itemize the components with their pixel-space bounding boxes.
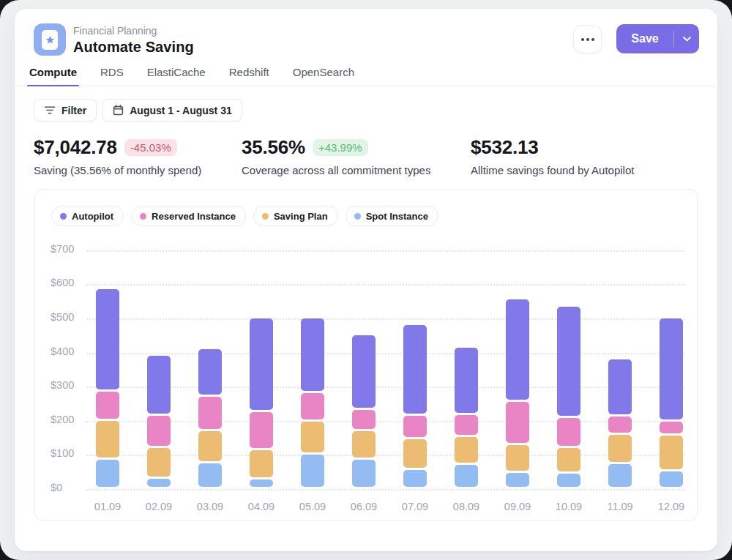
bar-segment-reserved-instance[interactable] (96, 392, 119, 419)
bar-segment-saving-plan[interactable] (96, 421, 119, 458)
bar-segment-autopilot[interactable] (198, 349, 222, 395)
bar-segment-autopilot[interactable] (301, 318, 324, 392)
filter-button[interactable]: Filter (34, 99, 97, 122)
bar-segment-autopilot[interactable] (506, 299, 529, 399)
main-card: Financial Planning Automate Saving Save … (15, 9, 717, 551)
bar-segment-spot-instance[interactable] (557, 474, 580, 487)
stat-change-badge: +43.99% (313, 139, 368, 156)
bar-segment-autopilot[interactable] (608, 359, 632, 414)
bar-segment-saving-plan[interactable] (301, 422, 324, 453)
bar-segment-spot-instance[interactable] (301, 455, 324, 487)
bar-segment-spot-instance[interactable] (660, 471, 683, 487)
y-axis-tick: $400 (51, 346, 74, 357)
gridline (86, 284, 685, 285)
stat-change-badge: -45.03% (124, 139, 177, 156)
legend-pill-autopilot[interactable]: Autopilot (51, 206, 124, 226)
tab-opensearch[interactable]: OpenSearch (292, 66, 355, 86)
bar-segment-reserved-instance[interactable] (301, 393, 324, 419)
gridline (86, 318, 685, 320)
bar-segment-saving-plan[interactable] (403, 439, 427, 468)
bar-segment-autopilot[interactable] (96, 289, 119, 389)
legend-label: Reserved Instance (152, 211, 236, 222)
bar-segment-reserved-instance[interactable] (198, 397, 222, 429)
stat-value: $7,042.78 (34, 136, 117, 159)
x-axis-tick: 11.09 (598, 501, 642, 512)
y-axis-tick: $500 (51, 311, 74, 323)
x-axis-tick: 08.09 (444, 501, 488, 512)
bar-segment-reserved-instance[interactable] (403, 416, 427, 438)
bar-segment-autopilot[interactable] (250, 318, 273, 410)
x-axis-tick: 12.09 (649, 501, 693, 512)
filter-icon (44, 105, 56, 116)
bar-segment-spot-instance[interactable] (403, 470, 427, 487)
bar-segment-saving-plan[interactable] (352, 431, 376, 458)
bar-segment-reserved-instance[interactable] (557, 418, 580, 446)
bar-segment-reserved-instance[interactable] (455, 415, 478, 435)
reserved-instance-dot-icon (140, 213, 146, 220)
bar-segment-reserved-instance[interactable] (352, 410, 376, 429)
bar-segment-spot-instance[interactable] (96, 460, 119, 487)
bar-segment-autopilot[interactable] (147, 356, 171, 414)
stat-3: $532.13Alltime savings found by Autopilo… (471, 136, 634, 176)
date-range-button[interactable]: August 1 - August 31 (102, 99, 242, 122)
bar-segment-reserved-instance[interactable] (608, 417, 632, 433)
tab-compute[interactable]: Compute (29, 66, 78, 86)
stat-label: Coverage across all commitment types (242, 164, 430, 176)
app-icon (34, 23, 66, 56)
page-title: Automate Saving (73, 39, 194, 56)
tab-rds[interactable]: RDS (100, 66, 124, 86)
bar-segment-spot-instance[interactable] (352, 460, 376, 487)
bar-segment-autopilot[interactable] (660, 318, 683, 419)
bar-segment-saving-plan[interactable] (608, 435, 632, 462)
y-axis-tick: $200 (51, 414, 74, 425)
y-axis-tick: $600 (51, 277, 74, 288)
bar-segment-reserved-instance[interactable] (660, 422, 683, 433)
bar-segment-saving-plan[interactable] (455, 437, 478, 463)
bar-segment-saving-plan[interactable] (506, 445, 529, 470)
bar-segment-spot-instance[interactable] (250, 479, 273, 487)
tab-elasticache[interactable]: ElastiCache (146, 66, 206, 86)
chart-card: AutopilotReserved InstanceSaving PlanSpo… (34, 189, 698, 521)
bar-segment-reserved-instance[interactable] (250, 412, 273, 448)
app-background: Financial Planning Automate Saving Save … (0, 0, 732, 560)
legend-label: Spot Instance (366, 211, 428, 222)
chevron-down-icon[interactable] (674, 37, 699, 42)
bar-segment-spot-instance[interactable] (198, 463, 222, 487)
bar-segment-autopilot[interactable] (455, 348, 478, 413)
stat-1: $7,042.78-45.03%Saving (35.56% of monthl… (34, 136, 201, 176)
legend-pill-spot-instance[interactable]: Spot Instance (346, 206, 438, 226)
tab-bar: ComputeRDSElastiCacheRedshiftOpenSearch (15, 66, 717, 86)
bar-segment-autopilot[interactable] (557, 307, 580, 416)
bar-segment-saving-plan[interactable] (557, 448, 580, 471)
bar-segment-autopilot[interactable] (403, 325, 427, 414)
bar-segment-reserved-instance[interactable] (506, 402, 529, 444)
filter-button-label: Filter (61, 105, 86, 116)
x-axis-tick: 09.09 (496, 501, 539, 512)
bar-segment-spot-instance[interactable] (608, 464, 632, 487)
bar-segment-saving-plan[interactable] (147, 448, 171, 477)
bar-segment-spot-instance[interactable] (506, 473, 529, 487)
bar-segment-reserved-instance[interactable] (147, 416, 171, 446)
bar-segment-saving-plan[interactable] (660, 436, 683, 469)
tab-redshift[interactable]: Redshift (228, 66, 270, 86)
spot-instance-dot-icon (354, 213, 361, 220)
gridline (86, 353, 685, 354)
y-axis-tick: $100 (51, 447, 74, 459)
x-axis-tick: 03.09 (188, 501, 232, 512)
save-button[interactable]: Save (616, 24, 699, 53)
bar-segment-saving-plan[interactable] (198, 431, 222, 461)
y-axis-tick: $700 (51, 243, 74, 255)
bar-segment-saving-plan[interactable] (250, 450, 273, 477)
bar-segment-autopilot[interactable] (352, 335, 376, 408)
legend-pill-saving-plan[interactable]: Saving Plan (253, 206, 338, 226)
bar-segment-spot-instance[interactable] (147, 479, 171, 487)
bar-segment-spot-instance[interactable] (455, 465, 478, 487)
more-button[interactable] (573, 25, 602, 53)
stat-top: $532.13 (471, 136, 634, 159)
legend-pill-reserved-instance[interactable]: Reserved Instance (131, 206, 246, 226)
x-axis-tick: 06.09 (342, 501, 386, 512)
header-titles: Financial Planning Automate Saving (73, 25, 194, 56)
x-axis-tick: 01.09 (86, 501, 130, 512)
calendar-icon (113, 105, 124, 116)
gridline (86, 489, 685, 490)
